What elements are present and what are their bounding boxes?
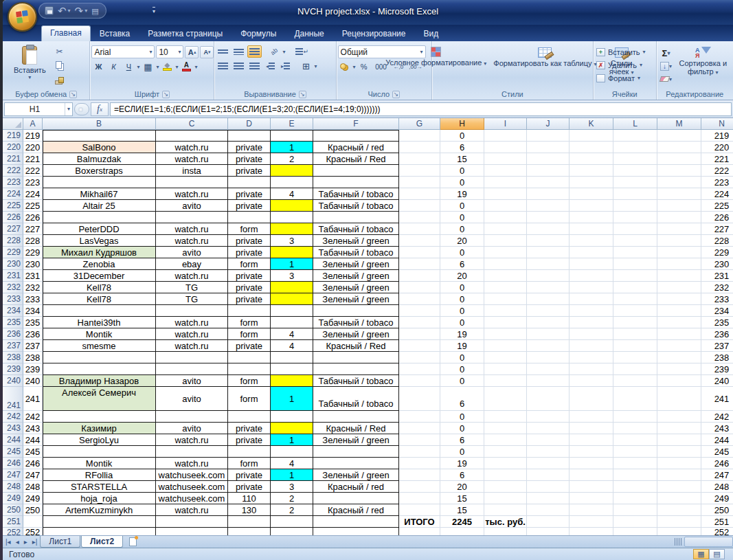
cell-A246[interactable]: 246 [23,458,43,469]
cell-H240[interactable]: 0 [440,375,484,387]
row-header-242[interactable]: 242 [3,411,23,423]
cell-C251[interactable] [156,516,228,528]
row-header-230[interactable]: 230 [3,258,23,270]
cell-C252[interactable] [156,528,228,535]
cell-N249[interactable]: 249 [701,493,733,504]
cell-F236[interactable]: Зеленый / green [313,328,399,340]
cell-F228[interactable]: Зеленый / green [313,235,399,247]
cell-G249[interactable] [399,493,440,504]
cell-N237[interactable]: 237 [701,340,733,352]
cell-E226[interactable] [271,212,313,223]
decrease-indent-button[interactable]: ◂ [263,60,277,72]
row-header-241[interactable]: 241 [3,387,23,411]
cell-I233[interactable] [484,293,527,305]
cell-D222[interactable]: private [228,165,271,177]
cell-I240[interactable] [484,375,527,387]
cell-D243[interactable]: private [228,423,271,434]
grow-font-button[interactable]: A▴ [185,46,199,58]
cell-B245[interactable] [43,446,156,458]
cell-F251[interactable] [313,516,399,528]
cell-K222[interactable] [570,165,613,177]
row-header-246[interactable]: 246 [3,458,23,469]
cell-K251[interactable] [570,516,613,528]
cell-B238[interactable] [43,352,156,363]
cell-L230[interactable] [613,258,657,270]
cell-K242[interactable] [570,411,613,423]
cell-E230[interactable]: 1 [271,258,313,270]
cell-B223[interactable] [43,177,156,188]
cell-L219[interactable] [613,130,657,142]
cell-A220[interactable]: 220 [23,142,43,153]
cell-B230[interactable]: Zenobia [43,258,156,270]
cell-C225[interactable]: avito [156,200,228,212]
cell-N223[interactable]: 223 [701,177,733,188]
cell-B229[interactable]: Михаил Кудряшов [43,247,156,258]
cell-I228[interactable] [484,235,527,247]
cell-C244[interactable]: watch.ru [156,434,228,446]
cell-K226[interactable] [570,212,613,223]
cell-I252[interactable] [484,528,527,535]
cell-K227[interactable] [570,223,613,235]
cell-A240[interactable]: 240 [23,375,43,387]
cell-M220[interactable] [657,142,701,153]
cell-F223[interactable] [313,177,399,188]
cell-N225[interactable]: 225 [701,200,733,212]
cell-I232[interactable] [484,282,527,293]
cell-K231[interactable] [570,270,613,282]
cell-B239[interactable] [43,363,156,375]
cell-M233[interactable] [657,293,701,305]
cell-D233[interactable]: private [228,293,271,305]
cell-B242[interactable] [43,411,156,423]
orientation-dropdown-icon[interactable]: ▾ [282,49,285,55]
cell-A237[interactable]: 237 [23,340,43,352]
row-header-237[interactable]: 237 [3,340,23,352]
increase-indent-button[interactable]: ▸ [278,60,292,72]
cell-N230[interactable]: 230 [701,258,733,270]
cell-J235[interactable] [527,317,570,328]
cell-D227[interactable]: form [228,223,271,235]
cell-J236[interactable] [527,328,570,340]
cell-H241[interactable]: 6 [440,387,484,411]
cell-I230[interactable] [484,258,527,270]
cell-K243[interactable] [570,423,613,434]
cell-J251[interactable] [527,516,570,528]
row-header-221[interactable]: 221 [3,153,23,165]
name-box[interactable]: H1 ▾ [4,102,73,116]
cell-K249[interactable] [570,493,613,504]
cell-D228[interactable]: private [228,235,271,247]
column-header-B[interactable]: B [43,118,156,130]
cell-G225[interactable] [399,200,440,212]
select-all-corner[interactable] [3,118,23,130]
paste-button[interactable]: Вставить ▾ [11,44,49,81]
cell-L252[interactable] [613,528,657,535]
cell-L237[interactable] [613,340,657,352]
cell-H238[interactable]: 0 [440,352,484,363]
cell-I237[interactable] [484,340,527,352]
cell-D223[interactable] [228,177,271,188]
cell-H242[interactable]: 0 [440,411,484,423]
cell-E240[interactable] [271,375,313,387]
cell-F252[interactable] [313,528,399,535]
clipboard-dialog-launcher-icon[interactable]: ↘ [69,91,77,98]
cell-F250[interactable]: Красный / red [313,504,399,516]
conditional-formatting-button[interactable]: Условное форматирование ▾ [383,43,489,69]
font-color-dropdown-icon[interactable]: ▾ [194,64,197,70]
cell-H221[interactable]: 15 [440,153,484,165]
cell-C222[interactable]: insta [156,165,228,177]
borders-dropdown-icon[interactable]: ▾ [156,64,159,70]
fill-button[interactable]: ↓▾ [659,60,673,72]
cell-D249[interactable]: 110 [228,493,271,504]
cell-N246[interactable]: 246 [701,458,733,469]
save-icon[interactable] [45,6,54,15]
column-header-J[interactable]: J [527,118,570,130]
cell-G235[interactable] [399,317,440,328]
cell-D246[interactable]: form [228,458,271,469]
cell-E219[interactable] [271,130,313,142]
cell-B250[interactable]: ArtemKuzminykh [43,504,156,516]
column-header-M[interactable]: M [657,118,701,130]
cell-E238[interactable] [271,352,313,363]
cell-N238[interactable]: 238 [701,352,733,363]
cell-K250[interactable] [570,504,613,516]
cell-E225[interactable] [271,200,313,212]
cell-G244[interactable] [399,434,440,446]
